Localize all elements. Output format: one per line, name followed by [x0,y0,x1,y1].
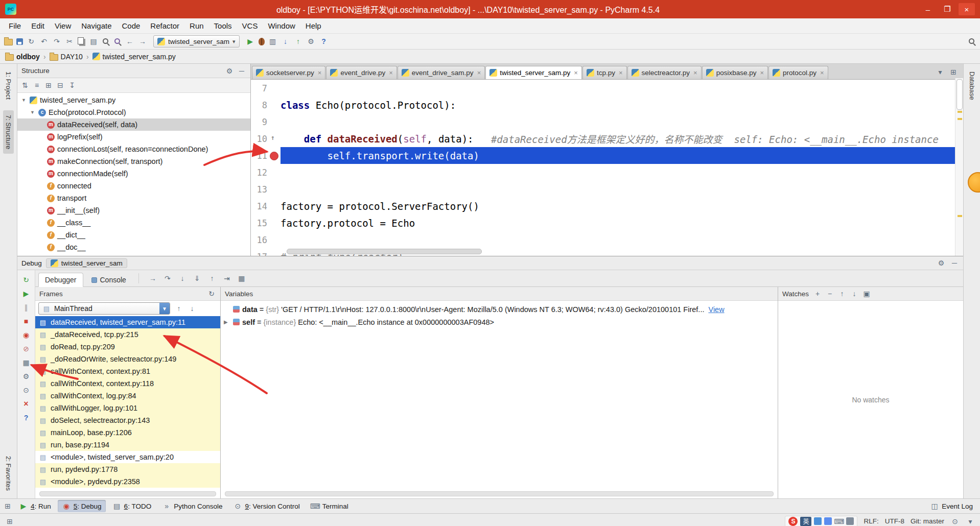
toolwindow-toggle-icon[interactable]: ⊞ [5,517,14,526]
undo-icon[interactable]: ↶ [39,37,49,46]
settings-icon[interactable]: ⚙ [21,372,31,381]
code-editor[interactable]: 78class Echo(protocol.Protocol):910↑ def… [251,80,963,256]
expand-chevron-icon[interactable]: ▶ [224,319,230,325]
forward-icon[interactable]: → [138,37,147,46]
debug-tab-debugger[interactable]: Debugger [38,273,83,287]
debug-icon[interactable] [259,38,265,45]
mute-breakpoints-icon[interactable]: ⊘ [21,344,31,353]
structure-node[interactable]: mconnectionMade(self) [17,168,250,180]
sogou-icon[interactable]: S [788,517,798,526]
structure-node[interactable]: mlogPrefix(self) [17,131,250,143]
help-debug-icon[interactable]: ? [21,413,31,422]
line-separator-indicator[interactable]: RLF: [864,517,878,525]
structure-node[interactable]: ▼cEcho(protocol.Protocol) [17,106,250,118]
editor-tab-tcp.py[interactable]: tcp.py× [582,66,627,79]
close-tab-icon[interactable]: × [318,69,322,77]
frame-item[interactable]: ▤callWithLogger, log.py:101 [35,402,220,414]
run-config-selector[interactable]: twisted_server_sam ▾ [153,35,240,47]
menu-item-window[interactable]: Window [263,20,299,32]
close-tab-icon[interactable]: × [619,69,623,77]
ime-tool-icon[interactable] [824,517,832,525]
tool-stripe-button-7--structure[interactable]: 7: Structure [3,110,14,154]
tool-stripe-button-2--favorites[interactable]: 2: Favorites [3,451,14,495]
structure-node[interactable]: f__doc__ [17,241,250,253]
rerun-icon[interactable]: ↻ [21,275,31,284]
tab-list-icon[interactable]: ▾ [936,67,945,77]
override-marker-icon[interactable]: ↑ [271,134,275,141]
frame-item[interactable]: ▤mainLoop, base.py:1206 [35,426,220,439]
tool-button-terminal[interactable]: ⌨Terminal [307,500,353,512]
frame-item[interactable]: ▤doSelect, selectreactor.py:143 [35,414,220,426]
inspections-icon[interactable]: ▾ [966,517,975,526]
pause-icon[interactable]: ∥ [21,303,31,312]
structure-node[interactable]: m__init__(self) [17,204,250,217]
structure-node[interactable]: ftransport [17,192,250,204]
code-line[interactable]: 12 [251,164,963,181]
menu-item-edit[interactable]: Edit [27,20,49,32]
scrollbar-thumb[interactable] [956,79,963,110]
structure-node[interactable]: ▼twisted_server_sam.py [17,94,250,106]
code-line[interactable]: 15factory.protocol = Echo [251,214,963,231]
editor-tab-protocol.py[interactable]: protocol.py× [768,66,828,79]
run-to-cursor-icon[interactable]: ⇥ [222,274,231,283]
minimize-button[interactable]: – [920,3,936,15]
stop-icon[interactable]: ■ [21,317,31,326]
tool-button-python-console[interactable]: »Python Console [158,500,226,512]
menu-item-navigate[interactable]: Navigate [77,20,116,32]
vcs-update-icon[interactable]: ↓ [281,37,290,46]
frame-item[interactable]: ▤dataReceived, twisted_server_sam.py:11 [35,316,220,328]
move-down-icon[interactable]: ↓ [850,289,859,298]
vertical-scrollbar[interactable] [955,78,963,256]
maximize-button[interactable]: ❐ [939,3,955,15]
tool-button-4--run[interactable]: ▶4: Run [15,500,55,512]
warning-stripe-mark[interactable] [958,118,962,120]
force-step-into-icon[interactable]: ⇓ [193,274,202,283]
coverage-icon[interactable]: ▥ [268,37,277,46]
structure-node[interactable]: mconnectionLost(self, reason=connectionD… [17,143,250,155]
run-icon[interactable]: ▶ [246,37,255,46]
step-into-icon[interactable]: ↓ [178,274,187,283]
menu-item-tools[interactable]: Tools [209,20,237,32]
pin-icon[interactable]: ⊙ [21,386,31,395]
menu-item-refactor[interactable]: Refactor [146,20,184,32]
step-out-icon[interactable]: ↑ [207,274,217,283]
frame-item[interactable]: ▤_dataReceived, tcp.py:215 [35,328,220,341]
copy-watch-icon[interactable]: ▣ [862,289,871,298]
code-line[interactable]: 8class Echo(protocol.Protocol): [251,97,963,113]
settings-icon[interactable]: ⚙ [307,37,316,46]
code-line[interactable]: 9 [251,113,963,130]
sort-icon[interactable]: ⇅ [20,81,30,90]
hide-panel-icon[interactable]: ─ [237,66,246,76]
structure-node[interactable]: fconnected [17,180,250,192]
menu-item-file[interactable]: File [4,20,26,32]
tool-stripe-button-1--project[interactable]: 1: Project [3,67,14,104]
frame-item[interactable]: ▤<module>, twisted_server_sam.py:20 [35,451,220,463]
encoding-indicator[interactable]: UTF-8 [885,517,904,525]
view-breakpoints-icon[interactable]: ◉ [21,330,31,340]
editor-tab-event_drive.py[interactable]: event_drive.py× [326,66,396,79]
close-icon[interactable]: × [21,399,31,409]
paste-icon[interactable]: ▤ [89,37,98,46]
editor-tab-selectreactor.py[interactable]: selectreactor.py× [627,66,702,79]
keyboard-icon[interactable]: ⌨ [834,517,844,526]
open-folder-icon[interactable] [4,39,13,45]
expand-arrow-icon[interactable]: ▼ [29,110,36,115]
expand-all-icon[interactable]: ⊞ [44,81,53,90]
close-button[interactable]: × [959,3,975,15]
frame-item[interactable]: ▤run, pydevd.py:1778 [35,463,220,475]
frame-up-icon[interactable]: ↑ [174,304,183,313]
cut-icon[interactable]: ✂ [65,37,74,46]
search-everywhere-icon[interactable] [968,37,976,45]
git-branch-indicator[interactable]: Git: master [911,517,944,525]
menu-item-help[interactable]: Help [301,20,326,32]
tool-button-6--todo[interactable]: ▤6: TODO [108,500,156,512]
help-icon[interactable]: ? [319,37,329,46]
menu-item-code[interactable]: Code [117,20,145,32]
close-tab-icon[interactable]: × [693,69,697,77]
warning-stripe-mark[interactable] [958,111,962,113]
horizontal-scrollbar[interactable] [287,249,482,254]
variable-item[interactable]: data = {str} 'GET / HTTP/1.1\r\nHost: 12… [221,303,778,316]
collapse-all-icon[interactable]: ⊟ [56,81,65,90]
frame-item[interactable]: ▤callWithContext, context.py:118 [35,377,220,390]
structure-node[interactable]: mdataReceived(self, data) [17,118,250,131]
